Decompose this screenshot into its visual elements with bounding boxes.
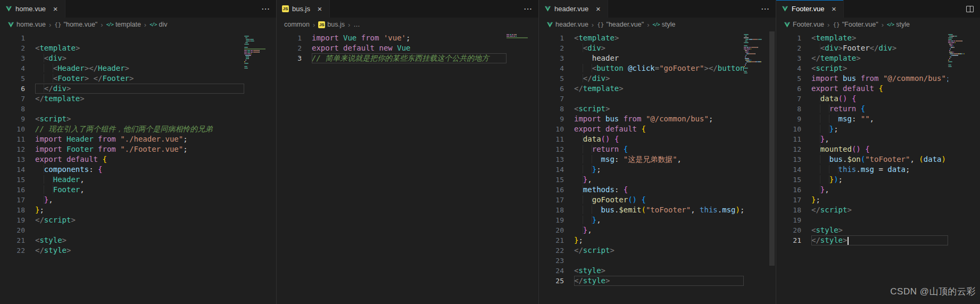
- code-line[interactable]: 14 this.msg = data;: [776, 165, 948, 175]
- line-number[interactable]: 20: [0, 225, 25, 235]
- code-line[interactable]: 13 bus.$on("toFooter", (data) => {: [776, 154, 948, 165]
- code-line[interactable]: 9<script>: [0, 114, 244, 124]
- line-number[interactable]: 11: [0, 134, 25, 144]
- minimap[interactable]: [506, 31, 531, 304]
- code-line[interactable]: 9import bus from "@/common/bus";: [539, 114, 744, 124]
- code-line[interactable]: 10 };: [776, 124, 948, 134]
- code-line[interactable]: 22</style>: [0, 245, 244, 256]
- line-number[interactable]: 7: [0, 94, 25, 104]
- line-number[interactable]: 3: [539, 53, 564, 63]
- line-text[interactable]: },: [574, 215, 744, 225]
- tab-header-vue[interactable]: header.vue ×: [539, 0, 608, 18]
- line-number[interactable]: 1: [776, 33, 801, 43]
- breadcrumb-item[interactable]: Footer.vue: [784, 21, 824, 28]
- line-text[interactable]: },: [574, 175, 744, 185]
- tab-footer-vue[interactable]: Footer.vue ×: [776, 0, 844, 18]
- line-number[interactable]: 16: [539, 185, 564, 195]
- code-line[interactable]: 7 data() {: [776, 94, 948, 104]
- line-number[interactable]: 4: [539, 63, 564, 73]
- code-line[interactable]: 18 bus.$emit("toFooter", this.msg);: [539, 205, 744, 215]
- line-number[interactable]: 18: [539, 205, 564, 215]
- line-number[interactable]: 20: [539, 225, 564, 235]
- code-line[interactable]: 18};: [0, 205, 244, 215]
- code-line[interactable]: 9 msg: "",: [776, 114, 948, 124]
- code-area[interactable]: 1<template>2 <div>3 header4 <button @cli…: [539, 31, 744, 304]
- line-text[interactable]: </script>: [811, 205, 948, 215]
- line-text[interactable]: header: [574, 53, 744, 63]
- line-number[interactable]: 3: [277, 53, 302, 63]
- line-text[interactable]: </style>: [811, 235, 948, 245]
- line-number[interactable]: 20: [776, 225, 801, 235]
- line-text[interactable]: <script>: [574, 104, 744, 114]
- line-number[interactable]: 12: [0, 144, 25, 154]
- line-number[interactable]: 3: [776, 53, 801, 63]
- line-text[interactable]: // 简单来说就是把你的某些东西挂载这个公共的地方: [312, 53, 506, 63]
- line-text[interactable]: [35, 104, 244, 114]
- line-text[interactable]: </script>: [574, 245, 744, 256]
- code-line[interactable]: 12 return {: [539, 144, 744, 154]
- code-area[interactable]: 1import Vue from 'vue';2export default n…: [277, 31, 506, 304]
- line-number[interactable]: 22: [539, 245, 564, 256]
- line-text[interactable]: bus.$on("toFooter", (data) => {: [811, 154, 948, 165]
- line-number[interactable]: 10: [0, 124, 25, 134]
- line-text[interactable]: mounted() {: [811, 144, 948, 154]
- line-number[interactable]: 12: [776, 144, 801, 154]
- line-number[interactable]: 10: [539, 124, 564, 134]
- line-text[interactable]: </template>: [811, 53, 948, 63]
- breadcrumb-item[interactable]: header.vue: [546, 21, 588, 28]
- line-number[interactable]: 6: [0, 84, 25, 94]
- code-line[interactable]: 4 <Header></Header>: [0, 63, 244, 73]
- line-text[interactable]: <div>: [574, 43, 744, 53]
- code-line[interactable]: 1<template>: [776, 33, 948, 43]
- line-number[interactable]: 7: [776, 94, 801, 104]
- line-text[interactable]: <template>: [811, 33, 948, 43]
- line-text[interactable]: <style>: [574, 266, 744, 276]
- code-line[interactable]: 2<template>: [0, 43, 244, 53]
- code-line[interactable]: 2 <div>: [539, 43, 744, 53]
- code-line[interactable]: 8<script>: [539, 104, 744, 114]
- code-line[interactable]: 2 <div>Footer</div>: [776, 43, 948, 53]
- breadcrumb-item[interactable]: </>div: [150, 21, 167, 28]
- code-line[interactable]: 20<style>: [776, 225, 948, 235]
- line-number[interactable]: 8: [0, 104, 25, 114]
- line-text[interactable]: import Footer from "./Footer.vue";: [35, 144, 244, 154]
- minimap[interactable]: [744, 31, 768, 304]
- line-number[interactable]: 2: [277, 43, 302, 53]
- line-number[interactable]: 4: [0, 63, 25, 73]
- minimap[interactable]: [244, 31, 269, 304]
- code-line[interactable]: 6 </div>: [0, 84, 244, 94]
- code-line[interactable]: 1import Vue from 'vue';: [277, 33, 506, 43]
- line-number[interactable]: 15: [776, 175, 801, 185]
- code-area[interactable]: 12<template>3 <div>4 <Header></Header>5 …: [0, 31, 244, 304]
- line-number[interactable]: 2: [539, 43, 564, 53]
- line-number[interactable]: 6: [776, 84, 801, 94]
- code-line[interactable]: 5 <Footer> </Footer>: [0, 73, 244, 84]
- code-line[interactable]: 11 },: [776, 134, 948, 144]
- line-text[interactable]: [574, 94, 744, 104]
- code-line[interactable]: 21<style>: [0, 235, 244, 245]
- line-text[interactable]: <style>: [811, 225, 948, 235]
- code-line[interactable]: 4 <button @click="goFooter"></button>: [539, 63, 744, 73]
- code-line[interactable]: 3 <div>: [0, 53, 244, 63]
- line-number[interactable]: 1: [277, 33, 302, 43]
- line-text[interactable]: bus.$emit("toFooter", this.msg);: [574, 205, 744, 215]
- line-text[interactable]: import Vue from 'vue';: [312, 33, 506, 43]
- close-icon[interactable]: ×: [594, 5, 602, 13]
- line-text[interactable]: [35, 225, 244, 235]
- code-line[interactable]: 23: [539, 256, 744, 266]
- line-number[interactable]: 25: [539, 276, 564, 286]
- line-text[interactable]: });: [811, 175, 948, 185]
- code-line[interactable]: 4<script>: [776, 63, 948, 73]
- line-text[interactable]: <template>: [35, 43, 244, 53]
- line-number[interactable]: 9: [776, 114, 801, 124]
- line-text[interactable]: };: [574, 235, 744, 245]
- line-number[interactable]: 15: [539, 175, 564, 185]
- line-text[interactable]: return {: [574, 144, 744, 154]
- line-text[interactable]: export default new Vue: [312, 43, 506, 53]
- line-text[interactable]: <button @click="goFooter"></button>: [574, 63, 744, 73]
- line-text[interactable]: return {: [811, 104, 948, 114]
- code-line[interactable]: 17};: [776, 195, 948, 205]
- code-line[interactable]: 18</script>: [776, 205, 948, 215]
- line-text[interactable]: import bus from "@/common/bus";: [574, 114, 744, 124]
- line-number[interactable]: 21: [539, 235, 564, 245]
